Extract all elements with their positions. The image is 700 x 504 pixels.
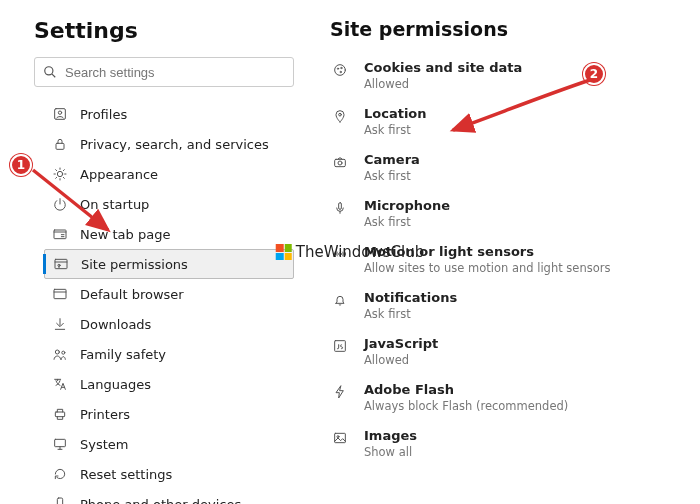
- nav-startup[interactable]: On startup: [44, 189, 294, 219]
- perm-location[interactable]: Location Ask first: [330, 106, 690, 137]
- nav-label: Downloads: [80, 317, 151, 332]
- nav-label: Profiles: [80, 107, 127, 122]
- phone-icon: [52, 496, 68, 504]
- nav-label: Phone and other devices: [80, 497, 241, 505]
- perm-sub: Always block Flash (recommended): [364, 399, 568, 413]
- svg-point-11: [62, 351, 65, 354]
- lock-icon: [52, 136, 68, 152]
- svg-rect-21: [335, 159, 346, 166]
- perm-sub: Ask first: [364, 169, 420, 183]
- search-settings-box[interactable]: [34, 57, 294, 87]
- perm-title: Motion or light sensors: [364, 244, 610, 259]
- perm-sub: Show all: [364, 445, 417, 459]
- svg-point-0: [45, 67, 53, 75]
- svg-rect-4: [56, 143, 64, 149]
- perm-title: Location: [364, 106, 427, 121]
- svg-rect-14: [57, 498, 62, 504]
- nav-phone[interactable]: Phone and other devices: [44, 489, 294, 504]
- perm-microphone[interactable]: Microphone Ask first: [330, 198, 690, 229]
- appearance-icon: [52, 166, 68, 182]
- perm-motion-sensors[interactable]: Motion or light sensors Allow sites to u…: [330, 244, 690, 275]
- perm-title: Microphone: [364, 198, 450, 213]
- nav-site-permissions[interactable]: Site permissions: [44, 249, 294, 279]
- nav-printers[interactable]: Printers: [44, 399, 294, 429]
- svg-point-3: [58, 111, 61, 114]
- browser-icon: [52, 286, 68, 302]
- profiles-icon: [52, 106, 68, 122]
- perm-sub: Allow sites to use motion and light sens…: [364, 261, 610, 275]
- perm-sub: Ask first: [364, 215, 450, 229]
- perm-images[interactable]: Images Show all: [330, 428, 690, 459]
- nav-reset[interactable]: Reset settings: [44, 459, 294, 489]
- nav-label: New tab page: [80, 227, 170, 242]
- nav-privacy[interactable]: Privacy, search, and services: [44, 129, 294, 159]
- languages-icon: [52, 376, 68, 392]
- svg-point-20: [339, 113, 342, 116]
- search-icon: [43, 65, 57, 79]
- main-panel: Site permissions Cookies and site data A…: [294, 18, 700, 492]
- nav-languages[interactable]: Languages: [44, 369, 294, 399]
- js-icon: [330, 336, 350, 367]
- download-icon: [52, 316, 68, 332]
- nav-label: Reset settings: [80, 467, 172, 482]
- perm-title: Camera: [364, 152, 420, 167]
- perm-sub: Ask first: [364, 123, 427, 137]
- perm-javascript[interactable]: JavaScript Allowed: [330, 336, 690, 367]
- perm-flash[interactable]: Adobe Flash Always block Flash (recommen…: [330, 382, 690, 413]
- perm-sub: Allowed: [364, 77, 522, 91]
- nav-family[interactable]: Family safety: [44, 339, 294, 369]
- nav-label: Site permissions: [81, 257, 188, 272]
- nav-default-browser[interactable]: Default browser: [44, 279, 294, 309]
- svg-point-5: [57, 171, 62, 176]
- nav-label: Default browser: [80, 287, 184, 302]
- permissions-list: Cookies and site data Allowed Location A…: [330, 60, 690, 459]
- nav-new-tab[interactable]: New tab page: [44, 219, 294, 249]
- cookie-icon: [330, 60, 350, 91]
- printer-icon: [52, 406, 68, 422]
- perm-sub: Ask first: [364, 307, 457, 321]
- settings-nav: Profiles Privacy, search, and services A…: [34, 99, 294, 504]
- svg-point-17: [337, 68, 338, 69]
- permissions-icon: [53, 256, 69, 272]
- svg-point-10: [55, 350, 59, 354]
- perm-sub: Allowed: [364, 353, 438, 367]
- nav-system[interactable]: System: [44, 429, 294, 459]
- flash-icon: [330, 382, 350, 413]
- svg-rect-23: [339, 203, 342, 210]
- svg-point-19: [340, 71, 341, 72]
- svg-rect-12: [55, 412, 64, 417]
- perm-camera[interactable]: Camera Ask first: [330, 152, 690, 183]
- images-icon: [330, 428, 350, 459]
- svg-point-24: [339, 253, 342, 256]
- reset-icon: [52, 466, 68, 482]
- power-icon: [52, 196, 68, 212]
- family-icon: [52, 346, 68, 362]
- main-heading: Site permissions: [330, 18, 690, 40]
- svg-point-22: [338, 161, 342, 165]
- perm-title: JavaScript: [364, 336, 438, 351]
- svg-line-1: [52, 74, 55, 77]
- perm-title: Notifications: [364, 290, 457, 305]
- new-tab-icon: [52, 226, 68, 242]
- settings-sidebar: Settings Profiles Privacy, search, and s…: [34, 18, 294, 492]
- system-icon: [52, 436, 68, 452]
- svg-rect-7: [55, 259, 67, 268]
- annotation-badge-1: 1: [10, 154, 32, 176]
- perm-title: Images: [364, 428, 417, 443]
- nav-profiles[interactable]: Profiles: [44, 99, 294, 129]
- svg-point-18: [341, 67, 342, 68]
- nav-downloads[interactable]: Downloads: [44, 309, 294, 339]
- svg-point-16: [335, 65, 346, 76]
- nav-label: System: [80, 437, 128, 452]
- nav-label: Privacy, search, and services: [80, 137, 269, 152]
- search-settings-input[interactable]: [65, 65, 285, 80]
- sensors-icon: [330, 244, 350, 275]
- nav-appearance[interactable]: Appearance: [44, 159, 294, 189]
- perm-cookies[interactable]: Cookies and site data Allowed: [330, 60, 690, 91]
- nav-label: On startup: [80, 197, 149, 212]
- nav-label: Printers: [80, 407, 130, 422]
- nav-label: Appearance: [80, 167, 158, 182]
- svg-rect-26: [335, 433, 346, 442]
- location-icon: [330, 106, 350, 137]
- perm-notifications[interactable]: Notifications Ask first: [330, 290, 690, 321]
